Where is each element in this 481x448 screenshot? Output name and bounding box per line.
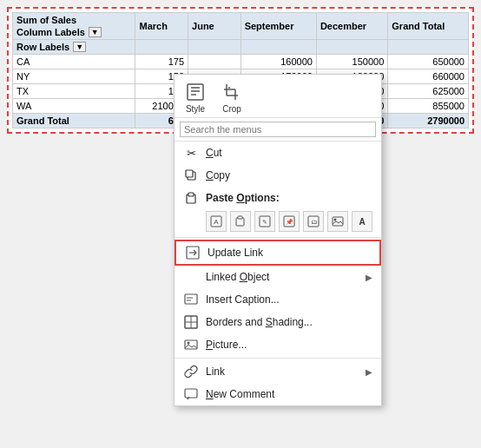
paste-options-label-row: Paste Options: [175,187,381,209]
menu-search-input[interactable] [180,122,376,137]
link-icon [183,364,199,379]
svg-rect-10 [186,170,193,177]
menu-item-copy[interactable]: Copy [175,164,381,187]
menu-item-cut[interactable]: ✂ Cut [175,142,381,164]
col-march: March [135,13,188,40]
col-grand-total: Grand Total [388,13,469,40]
svg-rect-35 [185,389,197,398]
svg-text:✎: ✎ [262,219,267,225]
divider-2 [175,358,381,359]
context-menu: Style Crop ✂ Cut Copy [174,74,382,406]
linked-object-arrow: ▶ [366,273,372,282]
paste-icons-row: A ✎ 📌 🗂 A [183,211,372,232]
row-label-tx: TX [13,84,135,99]
crop-toolbar-item[interactable]: Crop [220,80,244,114]
paste-options-section: Paste Options: A ✎ 📌 🗂 [175,187,381,235]
grand-total-label: Grand Total [13,114,135,128]
paste-options-header: Paste Options: [206,192,372,204]
linked-object-label: Linked Object [206,271,359,283]
paste-icon [183,190,199,206]
menu-item-borders-shading[interactable]: Borders and Shading... [175,311,381,333]
crop-icon [220,80,244,104]
svg-rect-12 [188,193,194,196]
insert-caption-label: Insert Caption... [206,293,372,306]
menu-item-linked-object[interactable]: Linked Object ▶ [175,266,381,288]
svg-rect-27 [185,294,197,304]
update-link-icon [185,245,201,260]
picture-icon [183,337,199,352]
table-row: CA 175 160000 150000 650000 [13,55,469,69]
linked-object-icon [183,269,199,285]
picture-label: Picture... [206,339,372,351]
new-comment-icon [183,386,199,402]
paste-icon-5[interactable]: 🗂 [303,211,324,232]
link-arrow: ▶ [366,367,372,377]
cut-label: Cut [206,147,372,159]
borders-shading-label: Borders and Shading... [206,316,372,328]
style-label: Style [186,104,205,114]
svg-rect-16 [238,216,242,219]
paste-icon-1[interactable]: A [206,211,227,232]
new-comment-label: New Comment [206,388,372,400]
style-icon [183,80,208,104]
crop-label: Crop [222,104,241,114]
row-label-ny: NY [13,69,135,84]
menu-search-area [175,118,381,142]
menu-toolbar: Style Crop [175,75,381,118]
paste-icon-3[interactable]: ✎ [254,211,275,232]
row-label-ca: CA [13,55,135,69]
svg-rect-0 [188,84,203,100]
insert-caption-icon [183,292,199,307]
col-june: June [188,13,241,40]
svg-rect-23 [333,217,343,226]
svg-rect-11 [187,194,195,203]
copy-label: Copy [206,169,372,181]
cut-icon: ✂ [183,145,199,161]
menu-item-link[interactable]: Link ▶ [175,360,381,383]
update-link-label: Update Link [208,247,371,259]
menu-item-picture[interactable]: Picture... [175,333,381,356]
svg-rect-33 [185,340,197,349]
link-label: Link [206,366,359,378]
svg-text:A: A [214,218,219,226]
menu-item-new-comment[interactable]: New Comment [175,383,381,405]
paste-icon-6[interactable] [327,211,348,232]
style-toolbar-item[interactable]: Style [183,80,208,114]
col-labels-dropdown[interactable]: ▼ [89,27,102,37]
row-labels-header: Row Labels ▼ [13,40,135,55]
svg-text:📌: 📌 [286,218,293,226]
svg-point-24 [334,219,337,221]
svg-point-34 [188,342,190,345]
col-december: December [316,13,387,40]
menu-item-update-link[interactable]: Update Link [175,240,381,266]
paste-icons-row-container: A ✎ 📌 🗂 A [175,209,381,235]
menu-item-insert-caption[interactable]: Insert Caption... [175,288,381,311]
divider-1 [175,237,381,238]
row-labels-dropdown[interactable]: ▼ [73,42,86,52]
paste-icon-4[interactable]: 📌 [279,211,300,232]
paste-icon-2[interactable] [230,211,251,232]
sum-of-sales-header: Sum of Sales Column Labels ▼ [13,13,135,40]
svg-text:🗂: 🗂 [311,219,317,225]
copy-icon [183,168,199,183]
row-label-wa: WA [13,99,135,114]
col-september: September [240,13,316,40]
borders-shading-icon [183,314,199,330]
paste-icon-7[interactable]: A [352,211,372,232]
